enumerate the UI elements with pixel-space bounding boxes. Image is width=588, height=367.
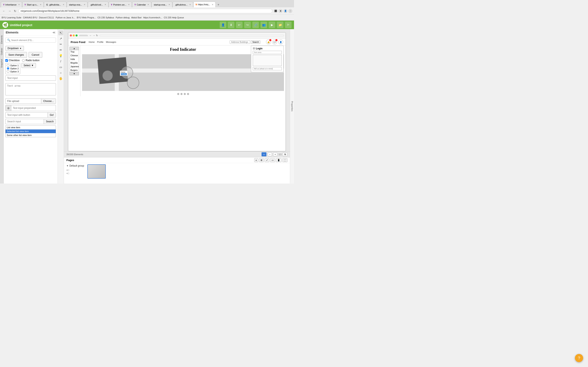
- scroll-up-btn[interactable]: ▲: [70, 47, 79, 50]
- tab-2[interactable]: Y Start up s... ✕: [22, 2, 44, 7]
- map-popup[interactable]: Home Profile: [120, 71, 128, 76]
- bookmark-byu-web[interactable]: BYU Web Progra...: [77, 16, 96, 19]
- bookmark-python-java[interactable]: Python vs Java: k...: [56, 16, 75, 19]
- menu-icon[interactable]: ⋮: [288, 9, 292, 13]
- select-tool[interactable]: ↖: [58, 30, 63, 35]
- tab-close-8[interactable]: ✕: [168, 3, 170, 6]
- add-page-button[interactable]: +□: [66, 169, 84, 171]
- nav-dot-2[interactable]: [181, 93, 182, 95]
- tab-6[interactable]: Y Pointers an... ✕: [109, 2, 132, 7]
- tab-9[interactable]: .github/ess... ✕: [173, 2, 193, 7]
- back-button[interactable]: ←: [2, 9, 6, 13]
- list-item-1[interactable]: List view item: [6, 125, 56, 129]
- text-with-button-input[interactable]: [5, 112, 48, 118]
- bookmark-cs235-help[interactable]: CS 235 Help Queue: [164, 16, 184, 19]
- tab-close-6[interactable]: ✕: [128, 3, 130, 6]
- dropdown-button[interactable]: Dropdown ▼: [5, 46, 24, 51]
- bookmark-cs235[interactable]: CS 235 Syllabus: [97, 16, 114, 19]
- pen-tool[interactable]: ✏: [58, 48, 63, 52]
- food-item-japanese[interactable]: Japanese: [70, 65, 79, 68]
- new-tab-button[interactable]: +: [216, 2, 221, 7]
- mockup-chat-icon[interactable]: 💬2: [272, 40, 277, 44]
- mockup-link-profile[interactable]: Profile: [97, 41, 104, 43]
- file-choose-button[interactable]: Choose...: [41, 99, 56, 104]
- ellipse-tool[interactable]: ○: [58, 70, 63, 75]
- rect-tool[interactable]: ▭: [58, 65, 63, 69]
- element-search-box[interactable]: 🔍: [5, 38, 56, 43]
- zoom-in-button[interactable]: +: [273, 152, 277, 156]
- tool-link-icon[interactable]: 🔗: [252, 22, 259, 28]
- zoom-out-button[interactable]: −: [268, 152, 272, 156]
- tab-3[interactable]: G .github/sta... ✕: [44, 2, 67, 7]
- search-button[interactable]: Search: [44, 119, 56, 124]
- tool-redo-icon[interactable]: ↪: [244, 22, 251, 28]
- bookmark-python-debug[interactable]: Python debug: [116, 16, 130, 19]
- crop-tool[interactable]: ✂: [58, 42, 63, 47]
- search-field[interactable]: [5, 119, 44, 124]
- properties-tab[interactable]: Properties: [290, 29, 294, 184]
- text-input[interactable]: [5, 75, 56, 81]
- interact-tool[interactable]: ↗: [58, 36, 63, 41]
- scroll-down-btn[interactable]: ▼: [70, 72, 79, 75]
- tab-close-9[interactable]: ✕: [189, 3, 191, 6]
- nav-dot-4[interactable]: [187, 93, 189, 95]
- profile-icon[interactable]: 👤: [283, 9, 287, 13]
- tab-close-5[interactable]: ✕: [104, 3, 106, 6]
- textarea-input[interactable]: [5, 83, 56, 95]
- mockup-refresh-icon[interactable]: ↻: [96, 34, 98, 37]
- mockup-search-button[interactable]: Search: [251, 40, 260, 44]
- text-prepend-input[interactable]: [11, 106, 56, 110]
- list-item-3[interactable]: Some other list view item: [6, 133, 56, 137]
- radio-option-1[interactable]: Option 1: [7, 64, 19, 67]
- mockup-user-icon[interactable]: 👤: [278, 40, 283, 44]
- food-item-thai[interactable]: Thai: [70, 50, 79, 54]
- light-tool[interactable]: 💡: [58, 53, 63, 58]
- tool-download-icon[interactable]: ⬇: [228, 22, 234, 28]
- group-toggle-button[interactable]: ▼: [66, 165, 69, 167]
- tab-5[interactable]: .github/cod... ✕: [88, 2, 108, 7]
- tab-10-active[interactable]: N https://ninj... ✕: [193, 2, 216, 7]
- food-item-india[interactable]: India: [70, 58, 79, 61]
- elements-label[interactable]: Elements: [1, 35, 3, 44]
- nav-dot-3[interactable]: [184, 93, 186, 95]
- mockup-notification-icon[interactable]: 🔔1: [266, 40, 271, 44]
- tab-1[interactable]: Y Inheritance ✕: [1, 2, 22, 7]
- tab-close-10[interactable]: ✕: [212, 3, 213, 6]
- bookmark-abdul[interactable]: Abdul Bari: [131, 16, 142, 19]
- checkbox-element[interactable]: Checkbox: [5, 59, 20, 62]
- tab-close-7[interactable]: ✕: [147, 3, 149, 6]
- tool-undo-icon[interactable]: ↩: [236, 22, 242, 28]
- snapshot-label[interactable]: Snapshot: [1, 59, 3, 68]
- bookmark-byu-learning[interactable]: BYU Learning Suite: [2, 16, 21, 19]
- tab-close-4[interactable]: ✕: [84, 3, 85, 6]
- pages-list-view-button[interactable]: ≡: [254, 158, 258, 162]
- forward-button[interactable]: →: [7, 9, 12, 13]
- desktop-view-button[interactable]: ▭: [261, 152, 267, 156]
- checkbox-input[interactable]: [5, 59, 8, 62]
- radio-option-3[interactable]: Option 3: [7, 70, 19, 73]
- bookmark-icon[interactable]: ★: [278, 9, 283, 13]
- food-item-mogolia[interactable]: Mogolia: [70, 61, 79, 65]
- zoom-fit-button[interactable]: fit: [283, 152, 287, 156]
- tab-close-1[interactable]: ✕: [18, 3, 20, 6]
- tool-flag-icon[interactable]: 🏳: [285, 22, 292, 28]
- mockup-tab[interactable]: [79, 35, 88, 36]
- hand-tool[interactable]: 🖐: [58, 76, 63, 81]
- tab-close-3[interactable]: ✕: [63, 3, 64, 6]
- go-button[interactable]: Go!: [48, 112, 56, 118]
- food-item-chinese[interactable]: Chinese: [70, 54, 79, 58]
- radio-option-2[interactable]: Option 2: [7, 67, 19, 70]
- radio-element[interactable]: Radio button: [22, 59, 39, 62]
- collapse-button[interactable]: ≪: [52, 31, 56, 34]
- mockup-search-input[interactable]: [230, 40, 250, 44]
- bookmark-discord[interactable]: Dsicord CS111: [39, 16, 54, 19]
- pages-frame-button[interactable]: ▭: [270, 158, 275, 162]
- line-tool[interactable]: /: [58, 59, 63, 64]
- list-item-2-selected[interactable]: Selected list view item: [6, 129, 56, 133]
- add-group-button[interactable]: +□: [66, 172, 84, 175]
- address-bar[interactable]: ninjamock.com/Designer/Workplace/1813973…: [18, 9, 272, 13]
- tool-play-icon[interactable]: ▶: [269, 22, 275, 28]
- mockup-link-home[interactable]: Home: [89, 41, 95, 43]
- cancel-button[interactable]: Cancel: [29, 52, 42, 58]
- save-changes-button[interactable]: Save changes: [5, 52, 27, 58]
